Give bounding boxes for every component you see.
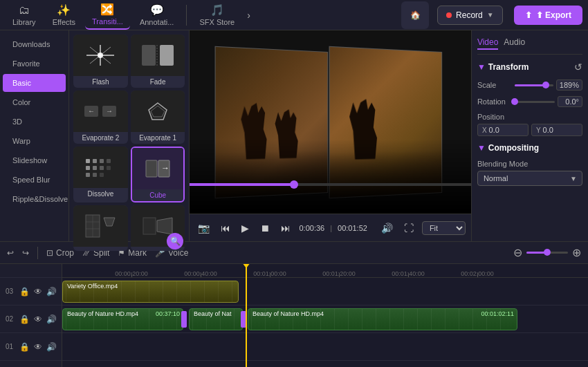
next-frame-button[interactable]: ⏭: [278, 221, 293, 235]
track-03-audio-icon[interactable]: 🔊: [46, 287, 57, 297]
video-preview: [190, 30, 470, 214]
rotation-label: Rotation: [477, 97, 512, 106]
tab-video[interactable]: Video: [477, 36, 498, 50]
position-row: Position X 0.0 Y 0.0: [477, 113, 582, 136]
fit-select[interactable]: Fit Fill 100%: [422, 221, 466, 235]
scale-row: Scale 189%: [477, 79, 582, 91]
undo-icon: ↩: [7, 248, 14, 258]
redo-button[interactable]: ↪: [22, 248, 29, 258]
clip-beauty-2[interactable]: Beauty of Nat: [189, 308, 243, 330]
record-button[interactable]: Record ▼: [437, 6, 503, 25]
nav-downloads[interactable]: Downloads: [3, 35, 66, 53]
clip-beauty-1[interactable]: Beauty of Nature HD.mp4 00:37:10: [62, 308, 183, 330]
nav-color[interactable]: Color: [3, 93, 66, 111]
transition-t7[interactable]: [73, 205, 128, 251]
svg-rect-22: [107, 159, 111, 163]
tab-effects[interactable]: ✨ Effects: [46, 1, 82, 29]
tab-transitions[interactable]: 🔀 Transiti...: [85, 0, 130, 30]
crop-icon: ⊡: [46, 248, 53, 258]
ruler-line-1: [131, 273, 132, 277]
tab-audio[interactable]: Audio: [504, 36, 525, 50]
volume-button[interactable]: 🔊: [378, 221, 396, 235]
track-02-lock-icon[interactable]: 🔒: [19, 314, 30, 324]
play-button[interactable]: ▶: [239, 221, 252, 235]
nav-speedblur[interactable]: Speed Blur: [3, 171, 66, 189]
track-row-03: Variety Office.mp4: [62, 278, 588, 305]
x-value: 0.0: [489, 126, 499, 134]
track-01-lock-icon[interactable]: 🔒: [19, 342, 30, 352]
evaporate2-label: Evaporate 2: [73, 132, 128, 144]
tab-annotations[interactable]: 💬 Annotati...: [133, 1, 181, 29]
svg-marker-42: [157, 218, 172, 234]
clip-variety[interactable]: Variety Office.mp4: [62, 281, 239, 303]
nav-warp[interactable]: Warp: [3, 132, 66, 150]
nav-3d[interactable]: 3D: [3, 113, 66, 131]
stop-button[interactable]: ⏹: [257, 221, 273, 235]
track-03-eye-icon[interactable]: 👁: [34, 287, 42, 297]
svg-rect-41: [143, 218, 156, 234]
clip-beauty-3[interactable]: Beauty of Nature HD.mp4 00:01:02:11: [248, 308, 517, 330]
ruler-line-3: [270, 273, 270, 277]
track-labels: 03 🔒 👁 🔊 02 🔒 👁 🔊 01 🔒 👁 🔊: [0, 264, 62, 367]
tab-sfx[interactable]: 🎵 SFX Store: [192, 1, 241, 29]
home-button[interactable]: 🏠: [401, 1, 429, 29]
clip-beauty-3-duration: 00:01:02:11: [481, 310, 514, 317]
track-01-audio-icon[interactable]: 🔊: [46, 342, 57, 352]
transition-marker-1[interactable]: [181, 311, 187, 328]
position-x-field[interactable]: X 0.0: [477, 124, 529, 136]
svg-rect-29: [100, 173, 104, 177]
undo-button[interactable]: ↩: [7, 248, 14, 258]
annotations-icon: 💬: [150, 3, 164, 17]
timeline-tracks: 03 🔒 👁 🔊 02 🔒 👁 🔊 01 🔒 👁 🔊: [0, 264, 588, 367]
playhead[interactable]: [246, 264, 247, 367]
record-dropdown-icon: ▼: [487, 11, 494, 19]
transition-fade[interactable]: Fade: [131, 35, 185, 88]
track-label-01: 01 🔒 👁 🔊: [0, 333, 62, 361]
transition-cube[interactable]: → Cube: [131, 147, 185, 203]
track-03-lock-icon[interactable]: 🔒: [19, 287, 30, 297]
transform-collapse-icon[interactable]: ▼: [477, 62, 486, 72]
compositing-collapse-icon[interactable]: ▼: [477, 143, 486, 153]
t7-thumb: [73, 205, 128, 247]
export-button[interactable]: ⬆ ⬆ Export: [514, 6, 582, 25]
evaporate2-thumb: ← →: [73, 91, 128, 132]
rotation-slider[interactable]: [515, 101, 555, 103]
scale-slider[interactable]: [515, 84, 553, 86]
fade-label: Fade: [131, 76, 185, 88]
more-icon[interactable]: ›: [244, 7, 253, 23]
zoom-in-button[interactable]: ⊕: [572, 246, 581, 259]
nav-basic[interactable]: Basic: [3, 74, 66, 92]
nav-favorite[interactable]: Favorite: [3, 55, 66, 73]
position-y-field[interactable]: Y 0.0: [531, 124, 582, 136]
transition-evaporate1[interactable]: Evaporate 1: [131, 91, 185, 144]
library-icon: 🗂: [19, 4, 30, 17]
transform-reset-button[interactable]: ↺: [574, 62, 582, 73]
transition-flash[interactable]: Flash: [73, 35, 128, 88]
zoom-out-button[interactable]: ⊖: [513, 246, 522, 259]
scale-slider-thumb: [542, 82, 549, 88]
transition-evaporate2[interactable]: ← → Evaporate 2: [73, 91, 128, 144]
screenshot-button[interactable]: 📷: [195, 221, 212, 235]
zoom-slider[interactable]: [526, 252, 568, 254]
flash-thumb: [73, 35, 128, 76]
transition-dissolve[interactable]: Dissolve: [73, 147, 128, 203]
home-icon: 🏠: [410, 10, 421, 20]
track-01-eye-icon[interactable]: 👁: [34, 342, 42, 352]
track-02-audio-icon[interactable]: 🔊: [46, 314, 57, 324]
fullscreen-button[interactable]: ⛶: [401, 221, 416, 235]
nav-ripple[interactable]: Ripple&Dissolve: [3, 190, 66, 208]
search-icon: 🔍: [170, 236, 181, 246]
progress-bar[interactable]: [190, 183, 470, 186]
svg-text:←: ←: [88, 107, 95, 115]
clip-beauty-2-strip: [192, 309, 239, 330]
fade-thumb: [131, 35, 185, 76]
tab-library[interactable]: 🗂 Library: [6, 1, 43, 29]
track-row-01: [62, 333, 588, 361]
compositing-section: ▼ Compositing Blending Mode Normal Multi…: [477, 143, 582, 186]
nav-slideshow[interactable]: Slideshow: [3, 151, 66, 169]
blending-mode-select[interactable]: Normal Multiply Screen Overlay: [477, 171, 582, 186]
t7-label: [73, 247, 128, 251]
track-02-eye-icon[interactable]: 👁: [34, 314, 42, 324]
position-label: Position: [477, 113, 582, 121]
prev-frame-button[interactable]: ⏮: [218, 221, 233, 235]
